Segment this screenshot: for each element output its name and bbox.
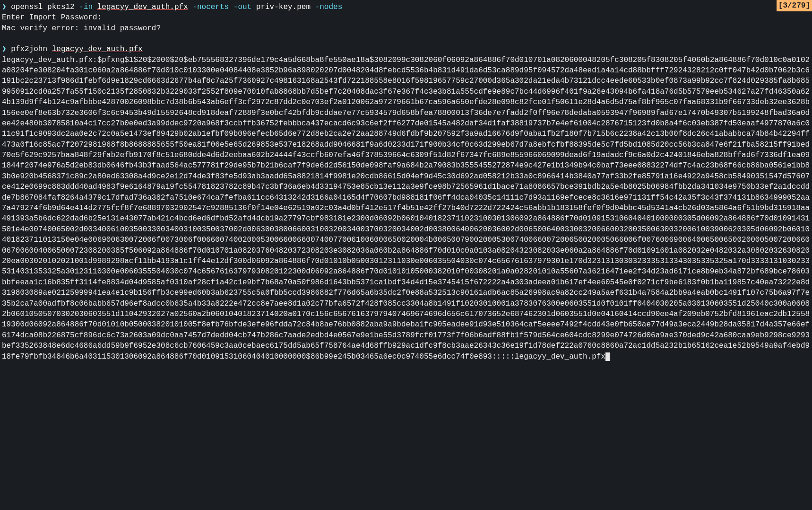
prompt-1: ❯: [2, 3, 7, 11]
command-line-2: ❯ pfx2john legacyy_dev_auth.pfx: [2, 44, 810, 54]
cmd1-tool: openssl: [11, 3, 43, 11]
output-line-2: Mac verify error: invalid password?: [2, 23, 810, 34]
hash-text: legacyy_dev_auth.pfx:$pfxng$1$20$2000$20…: [2, 56, 810, 361]
cmd1-opt-nocerts: -nocerts: [192, 3, 229, 11]
cmd1-opt-nodes: -nodes: [315, 3, 343, 11]
prompt-2: ❯: [2, 45, 7, 53]
search-counter: [3/279]: [777, 0, 812, 11]
command-line-1: ❯ openssl pkcs12 -in legacyy_dev_auth.pf…: [2, 2, 810, 12]
cmd2-tool: pfx2john: [11, 45, 47, 53]
blank-line: [2, 34, 810, 44]
cmd1-file-in: legacyy_dev_auth.pfx: [97, 3, 188, 11]
output-line-1: Enter Import Password:: [2, 12, 810, 23]
cursor: [605, 352, 610, 361]
cmd2-file: legacyy_dev_auth.pfx: [52, 45, 143, 53]
cmd1-opt-out: -out: [233, 3, 251, 11]
cmd1-subcommand: pkcs12: [47, 3, 75, 11]
cmd1-opt-in: -in: [79, 3, 93, 11]
hash-output: legacyy_dev_auth.pfx:$pfxng$1$20$2000$20…: [2, 55, 810, 362]
cmd1-file-out: priv-key.pem: [256, 3, 311, 11]
